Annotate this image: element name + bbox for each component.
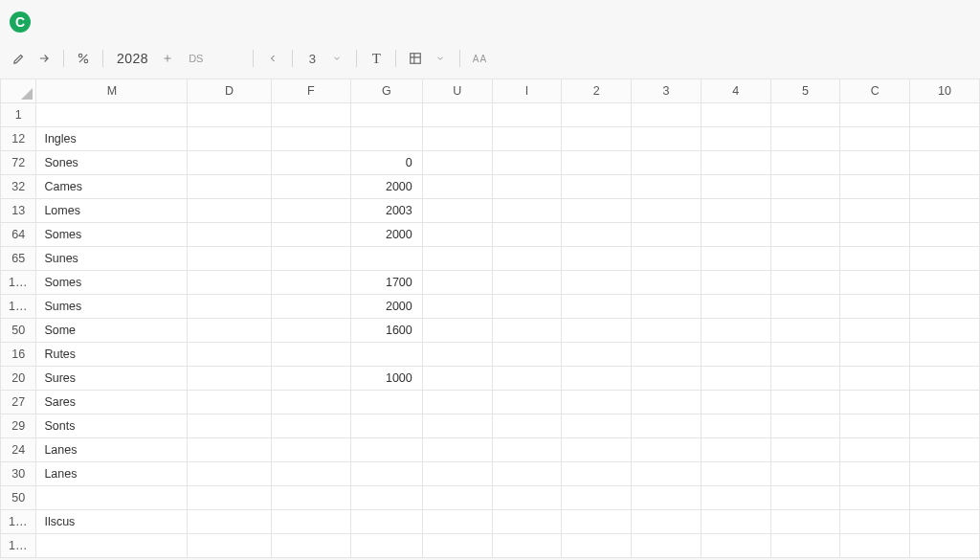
cell[interactable]: Cames xyxy=(36,174,188,198)
cell[interactable] xyxy=(492,485,562,509)
cell[interactable] xyxy=(910,366,980,390)
percent-icon[interactable] xyxy=(74,48,93,69)
col-header[interactable]: 2 xyxy=(562,79,632,102)
cell[interactable] xyxy=(492,318,562,342)
col-header[interactable]: I xyxy=(492,79,562,102)
col-header[interactable]: F xyxy=(271,79,350,102)
cell[interactable] xyxy=(840,390,910,414)
cell[interactable] xyxy=(840,414,910,437)
cell[interactable] xyxy=(632,150,702,174)
col-header[interactable]: 4 xyxy=(701,79,770,102)
row-header[interactable]: 150 xyxy=(1,533,36,557)
cell[interactable] xyxy=(701,126,770,150)
cell[interactable] xyxy=(632,126,702,150)
cell[interactable] xyxy=(910,318,980,342)
cell[interactable] xyxy=(188,126,271,150)
cell[interactable]: Sunes xyxy=(36,246,188,270)
cell[interactable]: 2003 xyxy=(350,198,422,222)
cell[interactable] xyxy=(840,270,910,294)
mid-number[interactable]: 3 xyxy=(302,48,322,69)
table-row[interactable]: 65Sunes xyxy=(1,246,980,270)
cell[interactable] xyxy=(562,318,632,342)
cell[interactable] xyxy=(562,174,632,198)
cell[interactable] xyxy=(188,318,271,342)
cell[interactable] xyxy=(840,485,910,509)
cell[interactable] xyxy=(632,342,702,366)
cell[interactable] xyxy=(910,342,980,366)
cell[interactable] xyxy=(562,437,632,461)
cell[interactable] xyxy=(271,174,350,198)
cell[interactable] xyxy=(770,102,840,126)
table-row[interactable]: 12Ingles xyxy=(1,126,980,150)
table-row[interactable]: 32Cames2000 xyxy=(1,174,980,198)
cell[interactable] xyxy=(422,461,492,485)
table-icon[interactable] xyxy=(406,48,425,69)
row-header[interactable]: 1 xyxy=(1,102,36,126)
row-header[interactable]: 29 xyxy=(1,414,36,437)
cell[interactable]: 1000 xyxy=(350,366,422,390)
cell[interactable] xyxy=(840,533,910,557)
cell[interactable] xyxy=(188,461,271,485)
cell[interactable] xyxy=(350,461,422,485)
cell[interactable] xyxy=(910,174,980,198)
cell[interactable] xyxy=(350,126,422,150)
table-row[interactable]: 180Sumes2000 xyxy=(1,294,980,318)
cell[interactable] xyxy=(188,222,271,246)
cell[interactable] xyxy=(701,461,770,485)
cell[interactable] xyxy=(422,270,492,294)
cell[interactable] xyxy=(770,390,840,414)
row-header[interactable]: 64 xyxy=(1,222,36,246)
cell[interactable] xyxy=(492,437,562,461)
cell[interactable]: 1700 xyxy=(350,270,422,294)
cell[interactable] xyxy=(632,485,702,509)
cell[interactable] xyxy=(701,414,770,437)
cell[interactable] xyxy=(632,294,702,318)
cell[interactable] xyxy=(840,102,910,126)
cell[interactable] xyxy=(422,246,492,270)
cell[interactable] xyxy=(910,222,980,246)
col-header[interactable]: C xyxy=(840,79,910,102)
cell[interactable] xyxy=(840,318,910,342)
cell[interactable]: 1600 xyxy=(350,318,422,342)
cell[interactable] xyxy=(840,366,910,390)
row-header[interactable]: 13 xyxy=(1,198,36,222)
cell[interactable] xyxy=(271,198,350,222)
row-header[interactable]: 130 xyxy=(1,509,36,533)
cell[interactable] xyxy=(701,390,770,414)
spreadsheet[interactable]: M D F G U I 2 3 4 5 C 10 112Ingles72Sone… xyxy=(0,78,980,558)
col-header[interactable]: 10 xyxy=(910,79,980,102)
cell[interactable] xyxy=(271,485,350,509)
row-header[interactable]: 27 xyxy=(1,390,36,414)
cell[interactable] xyxy=(701,198,770,222)
cell[interactable] xyxy=(632,198,702,222)
cell[interactable] xyxy=(701,366,770,390)
row-header[interactable]: 180 xyxy=(1,294,36,318)
cell[interactable] xyxy=(910,126,980,150)
table-row[interactable]: 160Somes1700 xyxy=(1,270,980,294)
cell[interactable] xyxy=(422,437,492,461)
cell[interactable] xyxy=(910,390,980,414)
angle-icon[interactable] xyxy=(263,48,282,69)
cell[interactable]: Lanes xyxy=(36,461,188,485)
cell[interactable] xyxy=(492,270,562,294)
cell[interactable] xyxy=(422,390,492,414)
cell[interactable] xyxy=(562,461,632,485)
cell[interactable] xyxy=(840,246,910,270)
cell[interactable] xyxy=(422,126,492,150)
cell[interactable] xyxy=(350,485,422,509)
cell[interactable] xyxy=(188,342,271,366)
cell[interactable] xyxy=(188,270,271,294)
cell[interactable] xyxy=(770,318,840,342)
cell[interactable] xyxy=(840,174,910,198)
cell[interactable] xyxy=(271,414,350,437)
cell[interactable] xyxy=(271,390,350,414)
cell[interactable] xyxy=(422,174,492,198)
cell[interactable] xyxy=(492,150,562,174)
cell[interactable] xyxy=(562,126,632,150)
cell[interactable] xyxy=(770,126,840,150)
cell[interactable] xyxy=(910,485,980,509)
cell[interactable] xyxy=(492,342,562,366)
cell[interactable] xyxy=(770,294,840,318)
grid[interactable]: M D F G U I 2 3 4 5 C 10 112Ingles72Sone… xyxy=(0,79,980,558)
table-row[interactable]: 20Sures1000 xyxy=(1,366,980,390)
